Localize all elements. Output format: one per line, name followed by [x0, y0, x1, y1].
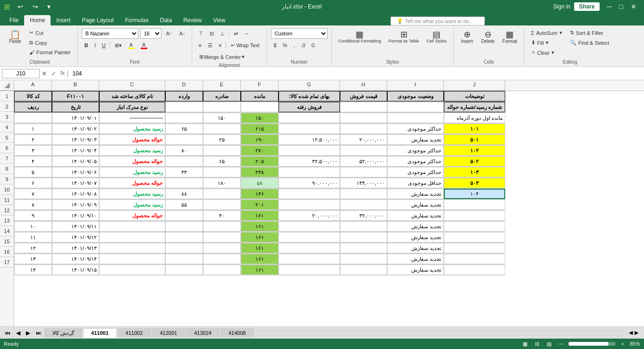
share-link[interactable]: Share	[574, 2, 599, 11]
row-header-12[interactable]: 12	[0, 205, 14, 216]
insert-function-icon[interactable]: fx	[60, 70, 65, 77]
cell-i10[interactable]: تجدید سفارش	[387, 189, 444, 199]
cell-b5[interactable]: ۱۴۰۱/۰۹/۰۳	[52, 134, 99, 145]
sheet-tab-411001[interactable]: 411001	[83, 328, 117, 338]
cell-d5[interactable]	[165, 134, 203, 145]
cell-g17[interactable]	[279, 265, 340, 275]
sheet-tab-412001[interactable]: 412001	[152, 328, 186, 337]
cell-reference-box[interactable]	[2, 69, 40, 78]
cell-e14[interactable]	[203, 232, 241, 242]
cell-h13[interactable]	[340, 221, 387, 232]
cell-e2[interactable]	[203, 102, 241, 112]
horizontal-scrollbar[interactable]	[257, 330, 623, 336]
sheet-tab-411002[interactable]: 411002	[118, 328, 151, 337]
font-color-btn[interactable]: A	[138, 40, 150, 50]
conditional-formatting-btn[interactable]: ▦ Conditional Formatting	[336, 28, 384, 45]
cell-g14[interactable]	[279, 232, 340, 242]
cell-h2[interactable]	[340, 102, 387, 112]
cell-f4[interactable]: ۲۱۵	[241, 124, 279, 134]
cell-d8[interactable]: ۳۳	[165, 167, 203, 177]
cell-a10[interactable]: ۷	[14, 189, 52, 199]
cell-e9[interactable]: ۱۸۰	[203, 178, 241, 188]
cell-j7[interactable]: ۵۰۲	[444, 156, 505, 166]
select-all-icon[interactable]	[4, 83, 10, 88]
cell-f3[interactable]: ۱۵۰	[241, 113, 279, 123]
cell-i5[interactable]: تجدید سفارش	[387, 134, 444, 145]
cell-e4[interactable]	[203, 124, 241, 134]
cell-d6[interactable]: ۸۰	[165, 145, 203, 156]
cell-j14[interactable]	[444, 232, 505, 242]
row-header-4[interactable]: 4	[0, 122, 14, 133]
cell-f8[interactable]: ۲۳۸	[241, 167, 279, 177]
cell-c8[interactable]: رسید محصول	[99, 167, 165, 177]
border-btn[interactable]: ⊞▾	[112, 40, 125, 50]
cell-f15[interactable]: ۱۶۱	[241, 243, 279, 253]
quick-access-more[interactable]: ▾	[43, 2, 54, 11]
cell-d7[interactable]	[165, 156, 203, 166]
cell-d10[interactable]: ۸۸	[165, 189, 203, 199]
cell-h15[interactable]	[340, 243, 387, 253]
col-header-a[interactable]: A	[14, 80, 52, 91]
tab-file[interactable]: File	[4, 15, 24, 25]
cell-b17[interactable]: ۱۴۰۱/۰۹/۱۵	[52, 265, 99, 275]
cell-e13[interactable]	[203, 221, 241, 232]
cell-a4[interactable]: ۱	[14, 124, 52, 134]
cell-b2[interactable]: تاریخ	[52, 102, 99, 112]
cut-button[interactable]: ✂ Cut	[26, 28, 74, 37]
sort-filter-btn[interactable]: ⇅ Sort & Filter	[567, 28, 612, 37]
cell-g2[interactable]: فروش رفته	[279, 102, 340, 112]
cell-a12[interactable]: ۹	[14, 210, 52, 221]
text-direction-btn[interactable]: ⇌	[231, 28, 241, 39]
cell-d13[interactable]	[165, 221, 203, 232]
cell-e10[interactable]	[203, 189, 241, 199]
align-left-btn[interactable]: ≡	[196, 40, 204, 50]
fill-btn[interactable]: ⬇ Fill ▾	[528, 38, 565, 47]
col-header-e[interactable]: E	[203, 80, 241, 91]
number-format-select[interactable]: Custom General Number Currency	[271, 28, 328, 39]
cell-f14[interactable]: ۱۶۱	[241, 232, 279, 242]
decrease-font-btn[interactable]: A↓	[177, 28, 188, 39]
cell-d12[interactable]	[165, 210, 203, 221]
cell-h4[interactable]	[340, 124, 387, 134]
quick-access-redo[interactable]: ↪	[29, 2, 42, 11]
cell-c7[interactable]: حواله محصول	[99, 156, 165, 166]
cell-a2[interactable]: ردیف	[14, 102, 52, 112]
col-header-g[interactable]: G	[279, 80, 340, 91]
zoom-out-btn[interactable]: ─	[557, 340, 565, 348]
cell-h3[interactable]	[340, 113, 387, 123]
cell-g12[interactable]: ۲۰,۰۰۰,۰۰۰	[279, 210, 340, 221]
format-btn[interactable]: ▦ Format	[500, 28, 520, 46]
format-table-btn[interactable]: ⊞ Format as Table	[386, 28, 422, 45]
cell-e15[interactable]	[203, 243, 241, 253]
comma-btn[interactable]: ,	[290, 40, 297, 50]
cell-h16[interactable]	[340, 254, 387, 264]
cell-c9[interactable]: حواله محصول	[99, 178, 165, 188]
cell-d17[interactable]	[165, 265, 203, 275]
cell-h8[interactable]	[340, 167, 387, 177]
scroll-right-btn[interactable]: ◀	[629, 330, 633, 336]
cell-h1[interactable]: قیمت فروش	[340, 91, 387, 101]
cell-c15[interactable]	[99, 243, 165, 253]
cell-f1[interactable]: مانده	[241, 91, 279, 101]
cell-h11[interactable]	[340, 199, 387, 210]
cell-c14[interactable]	[99, 232, 165, 242]
cell-b12[interactable]: ۱۴۰۱/۰۹/۱۰	[52, 210, 99, 221]
cell-b6[interactable]: ۱۴۰۱/۰۹/۰۴	[52, 145, 99, 156]
cell-i4[interactable]: حداکثر موجودی	[387, 124, 444, 134]
cell-h7[interactable]: ۵۲,۰۰۰,۰۰۰	[340, 156, 387, 166]
col-header-h[interactable]: H	[340, 80, 387, 91]
cell-i1[interactable]: وضعیت موجودی	[387, 91, 444, 101]
cell-a17[interactable]: ۱۴	[14, 265, 52, 275]
tab-review[interactable]: Review	[178, 15, 207, 25]
increase-decimal-btn[interactable]: .0	[298, 40, 308, 50]
cell-h17[interactable]	[340, 265, 387, 275]
sheet-nav-first[interactable]: ⏮	[2, 329, 13, 337]
cell-g7[interactable]: ۳۲,۵۰۰,۰۰۰	[279, 156, 340, 166]
font-size-select[interactable]: 16	[140, 28, 161, 39]
cell-j10[interactable]: ۱۰۴	[444, 189, 505, 199]
row-header-15[interactable]: 15	[0, 236, 14, 247]
cell-j2[interactable]: شماره رسید/شماره حواله	[444, 102, 505, 112]
zoom-slider[interactable]	[568, 342, 616, 346]
close-btn[interactable]: ✕	[627, 2, 640, 11]
cell-e16[interactable]	[203, 254, 241, 264]
